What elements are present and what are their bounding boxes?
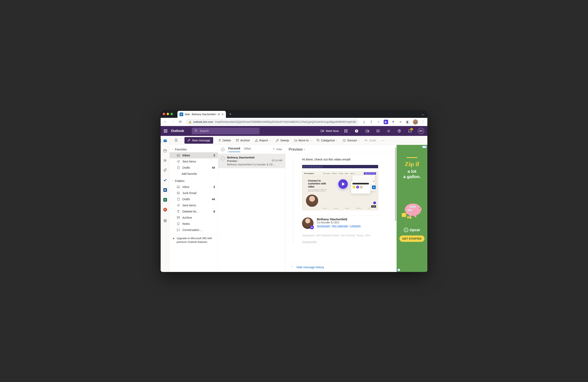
tabs-overflow-icon[interactable]: ⌄ xyxy=(420,112,425,116)
sendspark-extension-icon[interactable]: ▶ xyxy=(384,120,388,124)
delete-button[interactable]: Delete xyxy=(218,139,231,142)
extensions-icon[interactable]: ✦ xyxy=(391,120,395,124)
signature-link-calendar[interactable]: My Calendar xyxy=(332,224,348,228)
folder-item[interactable]: Junk Email xyxy=(170,190,218,196)
bookmark-icon[interactable]: ☆ xyxy=(377,120,381,124)
excel-app-button[interactable]: X xyxy=(162,196,168,203)
signature-link-linkedin[interactable]: LinkedIn xyxy=(350,224,361,228)
files-module-button[interactable] xyxy=(162,167,168,173)
notifications-icon[interactable]: 2 xyxy=(406,128,413,134)
svg-rect-19 xyxy=(165,219,166,221)
email-greeting: Hi there, check out this video email! xyxy=(302,158,386,161)
ad-cta-button[interactable]: GET STARTED xyxy=(399,235,424,242)
folder-item[interactable]: Conversation … xyxy=(170,227,218,233)
inbox-icon xyxy=(177,154,180,157)
email-signature: Bethany Stachenfeld Co-founder & CEO Sen… xyxy=(302,216,386,229)
add-favorite-button[interactable]: Add favorite xyxy=(170,171,218,177)
close-window-icon[interactable] xyxy=(163,113,165,115)
folder-item[interactable]: Drafts44 xyxy=(170,196,218,202)
folder-item[interactable]: Drafts44 xyxy=(170,165,218,171)
todo-module-button[interactable] xyxy=(162,177,168,183)
folder-item[interactable]: Sent Items xyxy=(170,158,218,165)
teams-icon[interactable] xyxy=(364,128,371,134)
back-button[interactable]: ← xyxy=(163,120,168,124)
traffic-lights[interactable] xyxy=(163,113,173,115)
snooze-button[interactable]: Snooze⌄ xyxy=(343,139,360,142)
address-bar[interactable]: 🔒 outlook.live.com/mail/0/inbox/id/AQQkA… xyxy=(186,119,359,125)
close-tab-icon[interactable]: ✕ xyxy=(221,113,224,116)
filter-button[interactable]: Filter xyxy=(273,148,282,151)
tab-other[interactable]: Other xyxy=(244,147,251,152)
undo-button[interactable]: Undo xyxy=(365,139,376,142)
mail-module-button[interactable] xyxy=(162,137,168,144)
calendar-module-button[interactable] xyxy=(162,147,168,154)
people-module-button[interactable] xyxy=(162,157,168,164)
reload-button[interactable]: ⟳ xyxy=(178,120,183,124)
mac-window: O Mail - Bethany Stachenfeld - O ✕ ＋ ⌄ ←… xyxy=(161,110,427,272)
app-launcher-icon[interactable] xyxy=(164,129,167,133)
quick-settings-icon[interactable] xyxy=(375,128,381,134)
search-box[interactable] xyxy=(192,128,259,134)
unsubscribe-link[interactable]: Unsubscribe xyxy=(302,240,317,243)
maximize-window-icon[interactable] xyxy=(170,113,173,115)
signature-link-sendspark[interactable]: Sendspark xyxy=(317,224,330,228)
chrome-profile-avatar[interactable] xyxy=(413,119,418,125)
select-all-checkbox[interactable] xyxy=(221,148,225,151)
svg-point-31 xyxy=(417,207,422,211)
help-icon[interactable] xyxy=(396,128,403,134)
svg-rect-15 xyxy=(164,149,166,152)
search-input[interactable] xyxy=(200,129,257,133)
install-app-icon[interactable]: ⤓ xyxy=(362,120,366,124)
apps-icon[interactable] xyxy=(342,128,349,134)
archive-button[interactable]: Archive xyxy=(236,139,250,142)
report-button[interactable]: Report⌄ xyxy=(255,139,271,142)
more-apps-button[interactable] xyxy=(162,217,168,224)
favorites-header[interactable]: ›Favorites xyxy=(170,147,218,152)
svg-rect-8 xyxy=(366,130,368,132)
nav-toggle-button[interactable]: ☰ xyxy=(172,138,180,142)
folder-item[interactable]: Sent Items xyxy=(170,202,218,209)
minimize-window-icon[interactable] xyxy=(167,113,169,115)
powerpoint-app-button[interactable]: P xyxy=(162,206,168,213)
folders-header[interactable]: ›Folders xyxy=(170,178,218,184)
side-panel-icon[interactable]: ◧ xyxy=(406,120,410,124)
message-item[interactable]: Bethany StachenfeldPreview -10:14 AMBeth… xyxy=(218,154,285,168)
folder-item[interactable]: Inbox3 xyxy=(170,152,218,158)
more-commands-button[interactable]: ⋯ xyxy=(381,138,385,143)
ad-sidebar[interactable]: ▷✕ Zip if a lota gallon. xyxy=(397,145,427,272)
video-thumbnail[interactable]: ✉ sendspark Use CasesPlatformPricingDemo… xyxy=(302,165,378,210)
account-avatar[interactable]: BS xyxy=(418,128,424,134)
categorize-button[interactable]: Categorize⌄ xyxy=(316,139,338,142)
scrollbar[interactable] xyxy=(395,147,396,221)
tab-focused[interactable]: Focused xyxy=(228,147,240,152)
browser-tab[interactable]: O Mail - Bethany Stachenfeld - O ✕ xyxy=(177,111,226,118)
forward-button[interactable]: → xyxy=(170,120,175,124)
reading-list-icon[interactable]: ≡ xyxy=(398,120,402,124)
adchoices-icon[interactable]: ▷✕ xyxy=(422,146,426,148)
word-app-button[interactable]: W xyxy=(162,187,168,193)
ad-info-icon[interactable]: ▷ xyxy=(398,269,400,271)
message-list: Focused Other Filter Bethany Stachenfeld… xyxy=(218,145,285,272)
hide-history-button[interactable]: ⌃ Hide message history xyxy=(285,262,397,272)
select-checkbox[interactable] xyxy=(221,156,225,160)
chrome-menu-icon[interactable]: ⋮ xyxy=(421,120,425,124)
folder-item[interactable]: Deleted Ite…8 xyxy=(170,209,218,215)
svg-point-13 xyxy=(399,132,399,132)
settings-icon[interactable] xyxy=(385,128,392,134)
sweep-button[interactable]: Sweep xyxy=(276,139,289,142)
play-icon[interactable] xyxy=(338,179,348,189)
folder-item[interactable]: Archive xyxy=(170,215,218,221)
move-to-button[interactable]: Move to⌄ xyxy=(294,139,312,142)
share-icon[interactable]: ⇪ xyxy=(369,120,373,124)
signature-play-icon[interactable] xyxy=(310,225,314,229)
new-tab-button[interactable]: ＋ xyxy=(228,111,233,117)
new-message-button[interactable]: New message xyxy=(185,137,213,144)
folder-item[interactable]: Inbox3 xyxy=(170,184,218,190)
folder-item[interactable]: Notes xyxy=(170,221,218,227)
upgrade-banner[interactable]: ◈ Upgrade to Microsoft 365 with premium … xyxy=(170,234,218,246)
meet-now-button[interactable]: Meet Now xyxy=(320,129,339,133)
svg-rect-5 xyxy=(346,131,347,132)
skype-icon[interactable]: S xyxy=(353,128,360,134)
owa-main: W X P ☰ New message Delete Archive Repor… xyxy=(161,136,427,272)
search-icon xyxy=(194,129,198,133)
